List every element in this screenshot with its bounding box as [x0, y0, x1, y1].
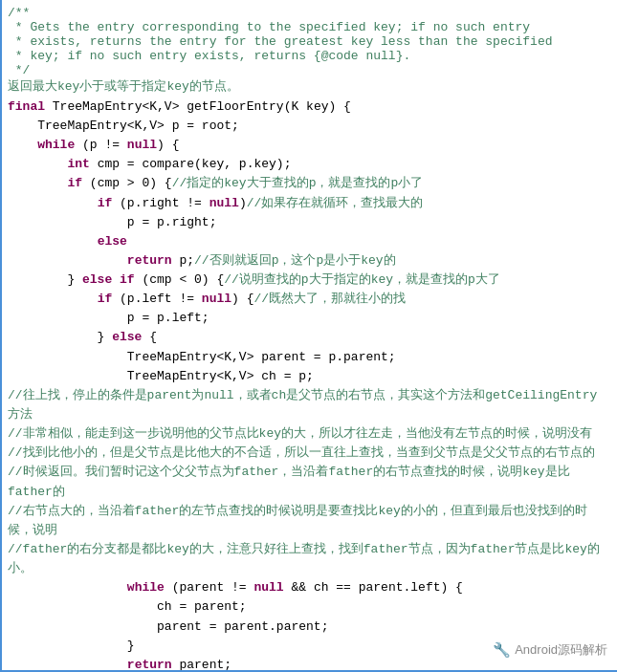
code-line-10: if (p.left != null) {//既然大了，那就往小的找 — [8, 290, 609, 309]
code-line-14: TreeMapEntry<K,V> ch = p; — [8, 367, 609, 386]
code-line-17: parent = parent.parent; — [8, 618, 609, 637]
code-line-15: while (parent != null && ch == parent.le… — [8, 578, 609, 597]
cn-comment-5: //右节点大的，当沿着father的左节点查找的时候说明是要查找比key的小的，… — [8, 502, 609, 540]
code-line-1: TreeMapEntry<K,V> p = root; — [8, 117, 609, 136]
comment-line-2: * Gets the entry corresponding to the sp… — [8, 20, 609, 34]
cn-comment-1: //往上找，停止的条件是parent为null，或者ch是父节点的右节点，其实这… — [8, 386, 609, 424]
cn-comment-3: //找到比他小的，但是父节点是比他大的不合适，所以一直往上查找，当查到父节点是父… — [8, 444, 609, 463]
code-line-7: else — [8, 232, 609, 251]
code-line-16: ch = parent; — [8, 597, 609, 617]
watermark-icon: 🔧 — [493, 641, 511, 659]
comment-line-3: * exists, returns the entry for the grea… — [8, 34, 609, 49]
comment-line-4: * key; if no such entry exists, returns … — [8, 49, 609, 63]
comment-line-1: /** — [8, 6, 609, 20]
comment-line-5: */ — [8, 63, 609, 77]
code-line-13: TreeMapEntry<K,V> parent = p.parent; — [8, 348, 609, 367]
code-line-5: if (p.right != null)//如果存在就循环，查找最大的 — [8, 194, 609, 213]
code-line-4: if (cmp > 0) {//指定的key大于查找的p，就是查找的p小了 — [8, 174, 609, 193]
code-line-11: p = p.left; — [8, 309, 609, 328]
left-border — [0, 0, 2, 672]
code-line-9: } else if (cmp < 0) {//说明查找的p大于指定的key，就是… — [8, 271, 609, 290]
code-line-6: p = p.right; — [8, 213, 609, 232]
cn-comment-6: //father的右分支都是都比key的大，注意只好往上查找，找到father节… — [8, 540, 609, 578]
code-container: /** * Gets the entry corresponding to th… — [0, 0, 617, 672]
cn-comment-4: //时候返回。我们暂时记这个父父节点为father，当沿着father的右节点查… — [8, 463, 609, 501]
code-line-12: } else { — [8, 328, 609, 347]
watermark: 🔧 Android源码解析 — [493, 641, 607, 659]
code-line-8: return p;//否则就返回p，这个p是小于key的 — [8, 251, 609, 271]
code-line-3: int cmp = compare(key, p.key); — [8, 155, 609, 174]
cn-comment-2: //非常相似，能走到这一步说明他的父节点比key的大，所以才往左走，当他没有左节… — [8, 424, 609, 444]
chinese-desc: 返回最大key小于或等于指定key的节点。 — [8, 77, 609, 98]
watermark-text: Android源码解析 — [515, 641, 607, 659]
code-line-2: while (p != null) { — [8, 136, 609, 155]
code-line-method: final TreeMapEntry<K,V> getFloorEntry(K … — [8, 98, 609, 117]
